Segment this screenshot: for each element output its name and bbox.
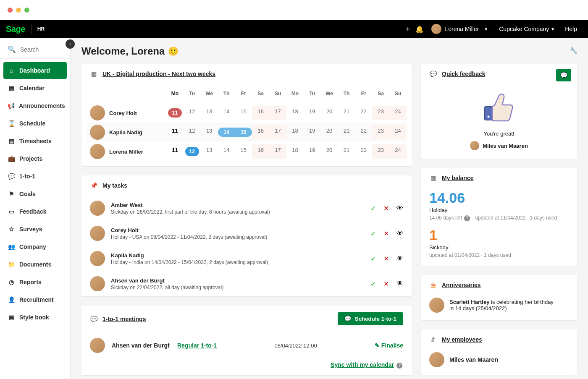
day-cell[interactable]: 14	[218, 144, 235, 159]
give-feedback-button[interactable]: 💬	[556, 69, 571, 81]
day-header: Mo	[166, 86, 184, 101]
day-cell[interactable]: 12	[184, 144, 201, 159]
quick-feedback-title[interactable]: Quick feedback	[442, 71, 486, 77]
sync-calendar-link[interactable]: Sync with my calendar	[331, 361, 394, 368]
sidebar-item-goals[interactable]: ⚑Goals	[3, 186, 67, 202]
day-cell[interactable]: 13	[201, 144, 218, 159]
day-cell[interactable]: 17	[269, 106, 286, 120]
view-icon[interactable]: 👁	[396, 230, 403, 238]
day-cell[interactable]: 21	[338, 106, 355, 120]
finalise-button[interactable]: ✎ Finalise	[375, 342, 403, 349]
sidebar-item-announcements[interactable]: 📢Announcements	[3, 97, 67, 114]
meetings-title[interactable]: 1-to-1 meetings	[102, 316, 146, 322]
view-icon[interactable]: 👁	[396, 255, 403, 263]
day-cell[interactable]: 24	[389, 144, 407, 159]
sidebar-item-surveys[interactable]: ☆Surveys	[3, 221, 67, 238]
sidebar-item-timesheets[interactable]: ▤Timesheets	[3, 133, 67, 149]
day-cell[interactable]: 11	[166, 144, 184, 159]
sidebar-item-1-to-1[interactable]: 💬1-to-1	[3, 168, 67, 185]
day-cell[interactable]: 15	[235, 144, 252, 159]
reject-icon[interactable]: ✕	[383, 230, 389, 238]
anniversaries-title[interactable]: Anniversaries	[442, 282, 481, 288]
company-menu[interactable]: Cupcake Company ▼	[499, 26, 555, 32]
day-cell[interactable]: 16	[252, 106, 269, 120]
sidebar-item-recruitment[interactable]: 👤Recruitment	[3, 291, 67, 308]
schedule-row: Corey Holt1112131415161718192021222324	[87, 103, 407, 123]
close-window-dot[interactable]	[8, 8, 13, 13]
day-cell[interactable]: 13	[201, 125, 218, 139]
day-cell[interactable]: 16	[252, 125, 269, 139]
schedule-card: ▦ UK - Digital production - Next two wee…	[81, 64, 412, 166]
user-menu[interactable]: Lorena Miller ▼	[431, 24, 488, 34]
day-cell[interactable]: 19	[304, 144, 321, 159]
employees-title[interactable]: My employees	[442, 336, 482, 343]
schedule-row: Kapila Nadig1112131415161718192021222324	[87, 123, 407, 142]
day-cell[interactable]: 18	[286, 106, 304, 120]
view-icon[interactable]: 👁	[396, 204, 403, 212]
help-icon[interactable]: ?	[464, 215, 470, 221]
meeting-type-link[interactable]: Regular 1-to-1	[177, 342, 217, 349]
day-cell[interactable]: 18	[286, 144, 304, 159]
help-link[interactable]: Help	[565, 26, 577, 32]
view-icon[interactable]: 👁	[396, 280, 403, 288]
holiday-balance-value: 14.06	[429, 190, 569, 206]
approve-icon[interactable]: ✓	[370, 280, 376, 288]
day-cell[interactable]: 22	[355, 144, 372, 159]
day-cell[interactable]: 17	[269, 144, 286, 159]
day-cell[interactable]: 21	[338, 144, 355, 159]
sidebar-item-feedback[interactable]: ▭Feedback	[3, 203, 67, 220]
balance-title[interactable]: My balance	[442, 175, 473, 181]
search-input[interactable]	[20, 46, 62, 53]
day-cell[interactable]: 24	[389, 106, 407, 120]
day-cell[interactable]: 23	[372, 106, 389, 120]
day-cell[interactable]: 11	[166, 125, 184, 139]
sick-meta: updated at 01/04/2022 · 1 days used	[429, 252, 569, 258]
day-cell[interactable]: 15	[235, 125, 252, 139]
day-cell[interactable]: 20	[321, 125, 338, 139]
day-cell[interactable]: 14	[218, 125, 235, 139]
day-cell[interactable]: 23	[372, 144, 389, 159]
day-cell[interactable]: 15	[235, 106, 252, 120]
day-cell[interactable]: 20	[321, 144, 338, 159]
sidebar-item-style-book[interactable]: ▣Style book	[3, 309, 67, 326]
reject-icon[interactable]: ✕	[383, 280, 389, 288]
settings-icon[interactable]: 🔧	[570, 47, 577, 54]
sidebar-item-calendar[interactable]: ▦Calendar	[3, 80, 67, 97]
day-cell[interactable]: 12	[184, 106, 201, 120]
day-cell[interactable]: 24	[389, 125, 407, 139]
sidebar-item-company[interactable]: 👥Company	[3, 238, 67, 255]
schedule-title[interactable]: UK - Digital production - Next two weeks	[102, 71, 215, 77]
day-cell[interactable]: 22	[355, 106, 372, 120]
day-cell[interactable]: 12	[184, 125, 201, 139]
sidebar-item-documents[interactable]: 📁Documents	[3, 256, 67, 273]
sidebar-item-reports[interactable]: ◔Reports	[3, 274, 67, 290]
day-cell[interactable]: 18	[286, 125, 304, 139]
day-cell[interactable]: 21	[338, 125, 355, 139]
collapse-sidebar-button[interactable]: ‹	[66, 39, 75, 49]
bell-icon[interactable]: 🔔	[414, 25, 425, 33]
day-cell[interactable]: 19	[304, 125, 321, 139]
day-cell[interactable]: 23	[372, 125, 389, 139]
approve-icon[interactable]: ✓	[370, 204, 376, 212]
sidebar-item-dashboard[interactable]: ⌂Dashboard	[3, 62, 67, 79]
reject-icon[interactable]: ✕	[383, 204, 389, 212]
day-cell[interactable]: 17	[269, 125, 286, 139]
sidebar-item-projects[interactable]: 💼Projects	[3, 150, 67, 167]
sidebar-item-schedule[interactable]: ⌛Schedule	[3, 115, 67, 132]
day-cell[interactable]: 13	[201, 106, 218, 120]
day-cell[interactable]: 22	[355, 125, 372, 139]
reject-icon[interactable]: ✕	[383, 255, 389, 263]
approve-icon[interactable]: ✓	[370, 230, 376, 238]
day-cell[interactable]: 11	[166, 106, 184, 120]
minimize-window-dot[interactable]	[16, 8, 21, 13]
day-cell[interactable]: 20	[321, 106, 338, 120]
schedule-meeting-button[interactable]: 💬 Schedule 1-to-1	[338, 312, 403, 325]
help-icon[interactable]: ?	[396, 363, 402, 369]
day-cell[interactable]: 14	[218, 106, 235, 120]
maximize-window-dot[interactable]	[24, 8, 29, 13]
day-cell[interactable]: 16	[252, 144, 269, 159]
schedule-row: Lorena Miller111213141516171819202122232…	[87, 142, 407, 161]
day-cell[interactable]: 19	[304, 106, 321, 120]
add-icon[interactable]: ＋	[402, 25, 414, 34]
approve-icon[interactable]: ✓	[370, 255, 376, 263]
